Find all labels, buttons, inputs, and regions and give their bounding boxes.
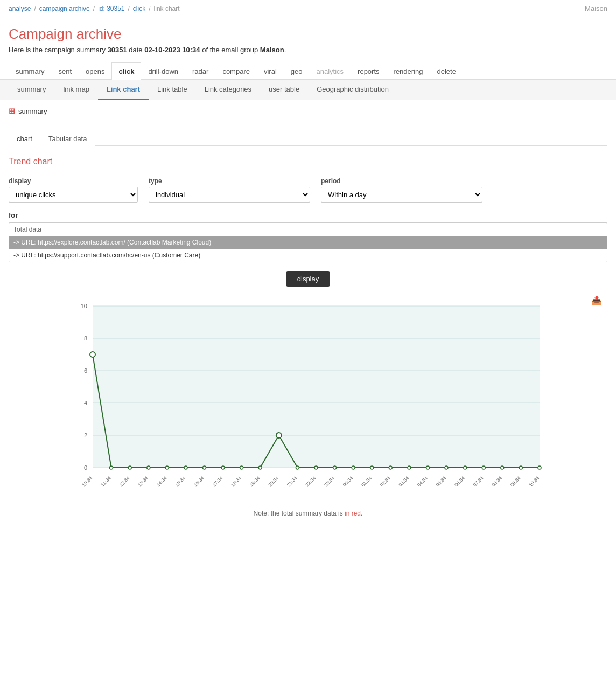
svg-text:01:34: 01:34	[360, 475, 373, 488]
type-select[interactable]: individual cumulative	[149, 187, 310, 203]
content-area: chart Tabular data Trend chart display u…	[0, 122, 616, 531]
for-list-url2[interactable]: -> URL: https://support.contactlab.com/h…	[9, 249, 607, 262]
svg-point-13	[90, 352, 95, 357]
svg-point-53	[370, 466, 374, 469]
svg-text:13:34: 13:34	[137, 475, 149, 488]
tab-opens[interactable]: opens	[79, 62, 111, 80]
svg-text:8: 8	[84, 335, 87, 342]
for-section: for Total data -> URL: https://explore.c…	[9, 211, 607, 262]
breadcrumb-sep4: /	[149, 5, 150, 12]
svg-text:05:34: 05:34	[435, 475, 447, 488]
summary-toggle[interactable]: ⊞ summary	[9, 107, 607, 115]
breadcrumb-click[interactable]: click	[133, 5, 145, 12]
svg-text:08:34: 08:34	[491, 475, 503, 488]
breadcrumb-campaign-archive[interactable]: campaign archive	[39, 5, 90, 12]
svg-point-56	[426, 466, 430, 469]
breadcrumb-id[interactable]: id: 30351	[98, 5, 124, 12]
svg-point-43	[165, 466, 169, 469]
svg-text:10:34: 10:34	[528, 475, 540, 488]
svg-point-61	[519, 466, 522, 469]
svg-text:11:34: 11:34	[100, 475, 112, 488]
display-select[interactable]: unique clicks total clicks	[9, 187, 138, 203]
tab-radar[interactable]: radar	[185, 62, 215, 80]
sub-nav-link-table[interactable]: Link table	[149, 80, 196, 100]
svg-point-50	[314, 466, 318, 469]
svg-point-49	[296, 466, 299, 469]
display-label: display	[9, 177, 138, 185]
svg-rect-0	[93, 306, 540, 468]
tab-drill-down[interactable]: drill-down	[141, 62, 185, 80]
breadcrumb-analyse[interactable]: analyse	[9, 5, 31, 12]
subtitle-prefix: Here is the campaign summary	[9, 46, 108, 54]
period-select[interactable]: Within a day By day By week By month	[321, 187, 482, 203]
subtitle-middle: date	[127, 46, 145, 54]
sub-nav-link-map[interactable]: link map	[54, 80, 97, 100]
for-list-total[interactable]: Total data	[9, 223, 607, 236]
display-button[interactable]: display	[286, 271, 330, 287]
chart-container: 📥 10 8 6 4 2 0	[9, 295, 607, 523]
tab-viral[interactable]: viral	[257, 62, 284, 80]
main-tabs: summary sent opens click drill-down rada…	[0, 62, 616, 80]
sub-nav-summary[interactable]: summary	[9, 80, 54, 100]
tab-reports[interactable]: reports	[351, 62, 386, 80]
tab-rendering[interactable]: rendering	[387, 62, 430, 80]
chart-note-red: in red	[345, 510, 361, 517]
inner-tab-tabular[interactable]: Tabular data	[40, 131, 95, 146]
svg-text:18:34: 18:34	[230, 475, 242, 488]
trend-chart-section: Trend chart display unique clicks total …	[9, 157, 607, 523]
svg-point-57	[445, 466, 448, 469]
tab-delete[interactable]: delete	[430, 62, 463, 80]
svg-point-42	[147, 466, 150, 469]
for-list-url1[interactable]: -> URL: https://explore.contactlab.com/ …	[9, 236, 607, 249]
tab-summary[interactable]: summary	[9, 62, 51, 80]
trend-chart-title: Trend chart	[9, 157, 607, 166]
user-name: Maison	[585, 4, 607, 12]
sub-nav-link-categories[interactable]: Link categories	[196, 80, 260, 100]
svg-text:02:34: 02:34	[379, 475, 391, 488]
svg-text:2: 2	[84, 432, 87, 439]
svg-point-40	[110, 466, 113, 469]
trend-chart-svg: 10 8 6 4 2 0 10:34 11:34 12:34 13:34	[66, 301, 550, 505]
svg-point-62	[538, 466, 541, 469]
svg-text:0: 0	[84, 464, 87, 471]
svg-text:14:34: 14:34	[156, 475, 168, 488]
inner-tabs: chart Tabular data	[9, 131, 607, 146]
download-icon[interactable]: 📥	[591, 295, 602, 305]
svg-point-48	[258, 466, 262, 469]
sub-nav-geo-distribution[interactable]: Geographic distribution	[308, 80, 397, 100]
campaign-id: 30351	[108, 46, 127, 54]
svg-text:09:34: 09:34	[509, 475, 522, 488]
tab-click[interactable]: click	[111, 62, 141, 80]
summary-toggle-label: summary	[18, 107, 47, 115]
svg-point-55	[408, 466, 411, 469]
for-list: Total data -> URL: https://explore.conta…	[9, 222, 607, 262]
period-label: period	[321, 177, 482, 185]
sub-nav-user-table[interactable]: user table	[260, 80, 308, 100]
inner-tab-chart[interactable]: chart	[9, 131, 40, 146]
tab-geo[interactable]: geo	[284, 62, 310, 80]
controls-row: display unique clicks total clicks type …	[9, 177, 607, 203]
sub-nav-link-chart[interactable]: Link chart	[98, 80, 149, 100]
svg-text:6: 6	[84, 367, 87, 374]
page-subtitle: Here is the campaign summary 30351 date …	[9, 46, 607, 54]
tab-analytics: analytics	[310, 62, 351, 80]
page-header: Campaign archive Here is the campaign su…	[0, 17, 616, 58]
svg-text:03:34: 03:34	[397, 475, 410, 488]
svg-text:00:34: 00:34	[342, 475, 354, 488]
email-group: Maison	[260, 46, 284, 54]
svg-point-51	[333, 466, 337, 469]
svg-text:17:34: 17:34	[211, 475, 223, 488]
svg-point-41	[128, 466, 131, 469]
svg-text:06:34: 06:34	[453, 475, 466, 488]
svg-point-44	[184, 466, 187, 469]
svg-point-46	[221, 466, 225, 469]
svg-text:15:34: 15:34	[174, 475, 186, 488]
svg-text:21:34: 21:34	[286, 475, 298, 488]
tab-sent[interactable]: sent	[51, 62, 79, 80]
breadcrumb-current: link chart	[154, 5, 180, 12]
breadcrumb-sep2: /	[93, 5, 95, 12]
svg-point-59	[482, 466, 485, 469]
tab-compare[interactable]: compare	[215, 62, 257, 80]
page-title: Campaign archive	[9, 26, 607, 43]
svg-point-54	[389, 466, 392, 469]
